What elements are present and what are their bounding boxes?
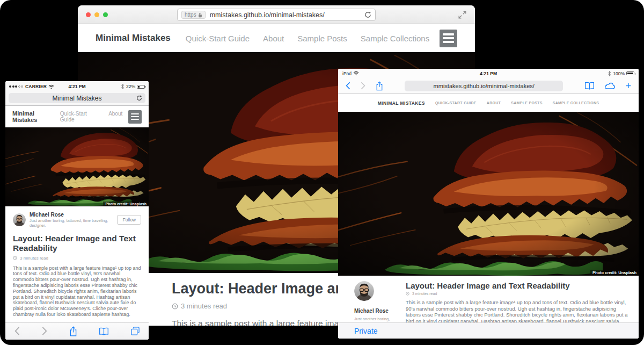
nav-link-sample-collections[interactable]: SAMPLE COLLECTIONS [553, 101, 599, 105]
ipad-url-text: mmistakes.github.io/minimal-mistakes/ [434, 83, 535, 89]
author-info: Michael Rose Just another boring, tattoo… [30, 212, 117, 228]
nav-link-about[interactable]: About [108, 111, 122, 123]
post-meta: 3 minutes read [13, 256, 141, 261]
avatar [354, 281, 374, 301]
bookmarks-button[interactable] [584, 82, 595, 90]
status-right: 100% [608, 71, 634, 76]
forward-button[interactable] [42, 327, 47, 335]
desktop-browser-chrome: https mmistakes.github.io/minimal-mistak… [78, 5, 475, 24]
ipad-post-content: Michael Rose Just another boring, tattoo… [338, 276, 639, 322]
battery-percent: 22% [126, 84, 135, 89]
post-title: Layout: Header Image and Text Readabilit… [406, 281, 628, 290]
nav-link-sample-posts[interactable]: Sample Posts [297, 34, 347, 43]
tabs-button[interactable] [131, 327, 140, 335]
nav-link-sample-posts[interactable]: SAMPLE POSTS [511, 101, 542, 105]
private-button[interactable]: Private [354, 327, 378, 335]
ipad-safari-toolbar: mmistakes.github.io/minimal-mistakes/ + [338, 78, 639, 94]
hamburger-menu-button[interactable] [128, 110, 142, 124]
hamburger-menu-button[interactable] [440, 30, 457, 47]
photo-credit: Photo credit: Unsplash [103, 202, 149, 206]
read-time: 3 minutes read [412, 292, 437, 296]
site-brand-link[interactable]: MINIMAL MISTAKES [378, 100, 425, 106]
https-label: https [185, 12, 196, 18]
iphone-url-text: Minimal Mistakes [52, 95, 101, 102]
address-bar[interactable]: https mmistakes.github.io/minimal-mistak… [177, 9, 376, 21]
ipad-safari: iPad 4:21 PM 100% mmistakes.github.io/mi… [338, 69, 639, 339]
ipad-site-nav: MINIMAL MISTAKES QUICK-START GUIDE ABOUT… [338, 94, 639, 112]
reload-button[interactable] [364, 11, 371, 18]
battery-icon [137, 85, 145, 89]
desktop-site-nav: Minimal Mistakes Quick-Start Guide About… [78, 24, 475, 52]
author-bio: Just another boring, tattooed, time trav… [30, 218, 117, 228]
read-time: 3 minutes read [181, 302, 227, 310]
nav-links: Quick-Start Guide About [60, 111, 122, 123]
icloud-tabs-icon[interactable] [604, 82, 616, 89]
back-button[interactable] [14, 327, 20, 335]
iphone-address-field[interactable]: Minimal Mistakes [9, 93, 145, 103]
iphone-safari: CARRIER 4:21 PM 22% Minimal Mistakes Min… [5, 81, 149, 340]
nav-links: Quick-Start Guide About Sample Posts Sam… [186, 34, 429, 43]
post-meta: 3 minutes read [406, 292, 628, 296]
ipad-address-field[interactable]: mmistakes.github.io/minimal-mistakes/ [405, 81, 563, 91]
bluetooth-icon [608, 71, 611, 76]
https-badge: https [181, 11, 206, 19]
battery-icon [626, 71, 634, 75]
author-bio: Just another boring, tattooed, [354, 317, 406, 322]
site-brand-link[interactable]: Minimal Mistakes [12, 110, 60, 123]
follow-button[interactable]: Follow [117, 215, 141, 225]
status-right: 22% [121, 84, 145, 89]
share-button[interactable] [69, 326, 77, 336]
nav-link-sample-collections[interactable]: Sample Collections [361, 34, 429, 43]
window-controls [86, 12, 108, 17]
nav-link-quick-start-guide[interactable]: Quick-Start Guide [60, 111, 101, 123]
post-main: Layout: Header Image and Text Readabilit… [406, 281, 628, 322]
fullscreen-icon[interactable] [458, 11, 466, 19]
header-image: Photo credit: Unsplash [338, 112, 639, 276]
site-brand-link[interactable]: Minimal Mistakes [96, 33, 171, 44]
toolbar-left [346, 81, 383, 91]
clock-icon [13, 256, 17, 260]
bluetooth-icon [121, 84, 125, 89]
post-title: Layout: Header Image and Text Readabilit… [13, 234, 141, 253]
share-button[interactable] [376, 81, 383, 91]
ipad-status-bar: iPad 4:21 PM 100% [338, 69, 639, 78]
battery-percent: 100% [613, 71, 625, 76]
post-body-p1: This is a sample post with a large featu… [13, 265, 141, 318]
back-button[interactable] [346, 82, 350, 90]
read-time: 3 minutes read [20, 256, 48, 261]
mockup-canvas: https mmistakes.github.io/minimal-mistak… [0, 0, 644, 345]
window-close-button[interactable] [86, 12, 91, 17]
private-browsing-bar: Private [338, 322, 639, 339]
nav-link-about[interactable]: About [263, 34, 284, 43]
author-card: Michael Rose Just another boring, tattoo… [13, 212, 141, 228]
window-minimize-button[interactable] [94, 12, 99, 17]
leaves-photo [5, 127, 149, 206]
clock-icon [172, 303, 178, 310]
clock-icon [406, 292, 409, 296]
iphone-post-content: Michael Rose Just another boring, tattoo… [5, 206, 149, 322]
author-name: Michael Rose [30, 212, 117, 218]
lock-icon [198, 12, 202, 18]
iphone-safari-toolbar [5, 322, 149, 340]
forward-button[interactable] [361, 82, 365, 90]
nav-link-quick-start-guide[interactable]: QUICK-START GUIDE [435, 101, 477, 105]
new-tab-button[interactable]: + [625, 81, 631, 91]
author-name: Michael Rose [354, 308, 406, 314]
author-sidebar: Michael Rose Just another boring, tattoo… [354, 281, 406, 322]
window-zoom-button[interactable] [103, 12, 108, 17]
photo-credit: Photo credit: Unsplash [590, 270, 639, 276]
post-body: This is a sample post with a large featu… [406, 299, 628, 322]
bookmarks-button[interactable] [99, 327, 109, 335]
nav-link-quick-start-guide[interactable]: Quick-Start Guide [186, 34, 250, 43]
header-image: Photo credit: Unsplash [5, 127, 149, 206]
leaves-photo [338, 112, 639, 276]
reload-button[interactable] [136, 95, 142, 101]
nav-link-about[interactable]: ABOUT [487, 101, 501, 105]
iphone-status-bar: CARRIER 4:21 PM 22% [5, 81, 149, 92]
url-text: mmistakes.github.io/minimal-mistakes/ [210, 11, 325, 19]
avatar [13, 213, 26, 226]
iphone-site-nav: Minimal Mistakes Quick-Start Guide About [5, 106, 149, 127]
status-time: 4:21 PM [338, 71, 639, 76]
iphone-url-bar: Minimal Mistakes [5, 92, 149, 106]
toolbar-right: + [584, 81, 631, 91]
